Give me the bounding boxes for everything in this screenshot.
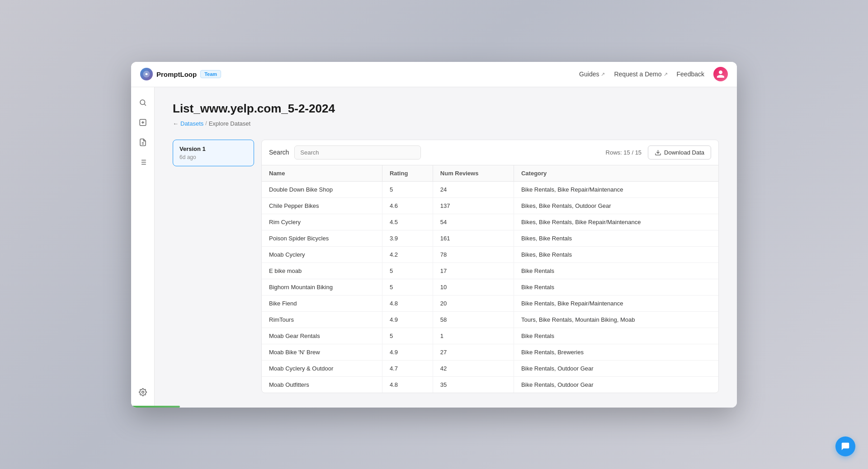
col-name: Name — [262, 165, 382, 182]
cell-category: Bike Rentals — [514, 279, 718, 295]
layout: List_www.yelp.com_5-2-2024 ← Datasets / … — [131, 87, 737, 408]
cell-rating: 5 — [382, 279, 433, 295]
cell-category: Bike Rentals, Breweries — [514, 344, 718, 360]
cell-name: RimTours — [262, 311, 382, 328]
breadcrumb-separator: / — [205, 120, 207, 127]
cell-category: Bikes, Bike Rentals, Bike Repair/Mainten… — [514, 214, 718, 230]
guides-link[interactable]: Guides ↗ — [579, 70, 605, 78]
datasets-link[interactable]: Datasets — [180, 120, 203, 127]
settings-icon[interactable] — [135, 384, 151, 400]
cell-num-reviews: 54 — [433, 214, 514, 230]
svg-point-11 — [142, 391, 144, 393]
cell-name: Moab Outfitters — [262, 376, 382, 393]
team-badge: Team — [200, 70, 221, 78]
header: PromptLoop Team Guides ↗ Request a Demo … — [131, 62, 737, 87]
sidebar-search-icon[interactable] — [135, 94, 151, 111]
chat-icon — [840, 441, 850, 451]
download-icon — [655, 149, 661, 156]
version-date: 6d ago — [179, 154, 247, 160]
cell-name: Rim Cyclery — [262, 214, 382, 230]
cell-name: Moab Bike 'N' Brew — [262, 344, 382, 360]
table-header-row: Name Rating Num Reviews Category — [262, 165, 718, 182]
cell-category: Bikes, Bike Rentals — [514, 246, 718, 263]
cell-category: Bike Rentals, Outdoor Gear — [514, 360, 718, 376]
sidebar — [131, 87, 155, 408]
cell-name: Poison Spider Bicycles — [262, 230, 382, 246]
cell-rating: 5 — [382, 263, 433, 279]
table-row: Bike Fiend 4.8 20 Bike Rentals, Bike Rep… — [262, 295, 718, 311]
version-item[interactable]: Version 1 6d ago — [173, 140, 254, 166]
back-arrow-icon: ← — [173, 120, 179, 127]
version-name: Version 1 — [179, 145, 247, 152]
cell-rating: 4.7 — [382, 360, 433, 376]
search-input[interactable] — [294, 145, 421, 159]
toolbar-right: Rows: 15 / 15 Download Data — [606, 145, 711, 159]
table-row: Chile Pepper Bikes 4.6 137 Bikes, Bike R… — [262, 197, 718, 214]
cell-rating: 3.9 — [382, 230, 433, 246]
cell-category: Bikes, Bike Rentals — [514, 230, 718, 246]
cell-category: Bike Rentals, Outdoor Gear — [514, 376, 718, 393]
chat-bubble-button[interactable] — [835, 436, 855, 456]
sidebar-document-icon[interactable] — [135, 134, 151, 150]
header-left: PromptLoop Team — [140, 68, 221, 80]
user-avatar[interactable] — [713, 67, 728, 81]
cell-rating: 4.9 — [382, 344, 433, 360]
cell-num-reviews: 1 — [433, 328, 514, 344]
table-row: Moab Outfitters 4.8 35 Bike Rentals, Out… — [262, 376, 718, 393]
app-name: PromptLoop — [156, 70, 197, 78]
cell-rating: 4.5 — [382, 214, 433, 230]
cell-num-reviews: 27 — [433, 344, 514, 360]
main-content: List_www.yelp.com_5-2-2024 ← Datasets / … — [155, 87, 737, 408]
table-row: Moab Bike 'N' Brew 4.9 27 Bike Rentals, … — [262, 344, 718, 360]
svg-point-1 — [140, 100, 145, 105]
cell-category: Tours, Bike Rentals, Mountain Biking, Mo… — [514, 311, 718, 328]
header-right: Guides ↗ Request a Demo ↗ Feedback — [579, 67, 728, 81]
table-row: Bighorn Mountain Biking 5 10 Bike Rental… — [262, 279, 718, 295]
cell-category: Bike Rentals — [514, 263, 718, 279]
search-label: Search — [269, 149, 289, 156]
cell-num-reviews: 17 — [433, 263, 514, 279]
table-row: Moab Cyclery & Outdoor 4.7 42 Bike Renta… — [262, 360, 718, 376]
sidebar-add-icon[interactable] — [135, 114, 151, 131]
download-button[interactable]: Download Data — [648, 145, 711, 159]
cell-rating: 4.9 — [382, 311, 433, 328]
data-table: Name Rating Num Reviews Category Double … — [262, 165, 718, 393]
demo-link[interactable]: Request a Demo ↗ — [614, 70, 667, 78]
table-row: Moab Cyclery 4.2 78 Bikes, Bike Rentals — [262, 246, 718, 263]
cell-category: Bike Rentals — [514, 328, 718, 344]
col-rating: Rating — [382, 165, 433, 182]
cell-category: Bikes, Bike Rentals, Outdoor Gear — [514, 197, 718, 214]
table-row: Double Down Bike Shop 5 24 Bike Rentals,… — [262, 181, 718, 197]
table-row: Poison Spider Bicycles 3.9 161 Bikes, Bi… — [262, 230, 718, 246]
cell-name: Bike Fiend — [262, 295, 382, 311]
cell-num-reviews: 10 — [433, 279, 514, 295]
progress-bar-container — [131, 406, 212, 408]
rows-info: Rows: 15 / 15 — [606, 149, 642, 156]
cell-rating: 4.6 — [382, 197, 433, 214]
table-panel: Search Rows: 15 / 15 — [261, 140, 719, 393]
cell-rating: 5 — [382, 328, 433, 344]
progress-bar — [131, 406, 180, 408]
col-num-reviews: Num Reviews — [433, 165, 514, 182]
cell-num-reviews: 137 — [433, 197, 514, 214]
logo-icon — [140, 68, 153, 80]
col-category: Category — [514, 165, 718, 182]
cell-rating: 4.2 — [382, 246, 433, 263]
cell-name: Chile Pepper Bikes — [262, 197, 382, 214]
cell-name: Moab Cyclery & Outdoor — [262, 360, 382, 376]
external-link-icon-2: ↗ — [664, 71, 668, 77]
cell-num-reviews: 78 — [433, 246, 514, 263]
cell-num-reviews: 42 — [433, 360, 514, 376]
cell-num-reviews: 161 — [433, 230, 514, 246]
sidebar-list-icon[interactable] — [135, 154, 151, 170]
table-toolbar: Search Rows: 15 / 15 — [262, 140, 718, 165]
sidebar-bottom — [135, 384, 151, 400]
cell-num-reviews: 20 — [433, 295, 514, 311]
page-title: List_www.yelp.com_5-2-2024 — [173, 102, 719, 116]
app-window: PromptLoop Team Guides ↗ Request a Demo … — [131, 62, 737, 408]
table-row: Rim Cyclery 4.5 54 Bikes, Bike Rentals, … — [262, 214, 718, 230]
cell-name: Moab Cyclery — [262, 246, 382, 263]
feedback-button[interactable]: Feedback — [677, 70, 704, 78]
cell-name: Moab Gear Rentals — [262, 328, 382, 344]
cell-num-reviews: 24 — [433, 181, 514, 197]
